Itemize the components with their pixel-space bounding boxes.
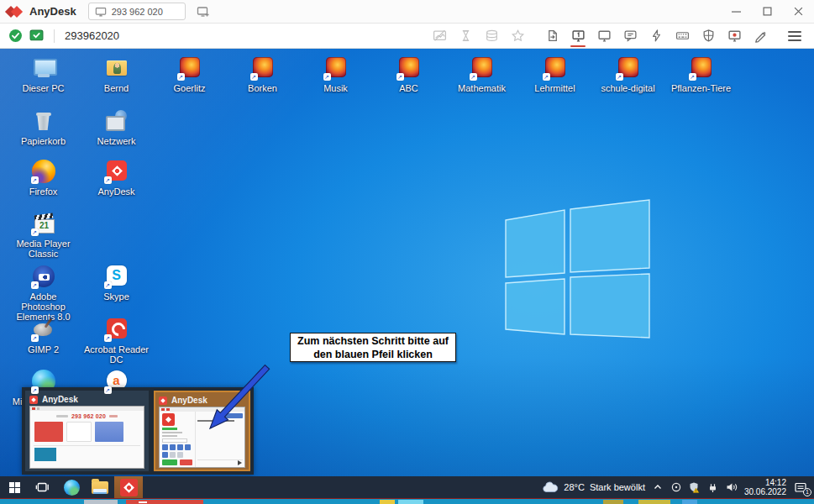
- weather-widget[interactable]: 28°C Stark bewölkt: [542, 481, 645, 493]
- desktop-icon[interactable]: Borken: [226, 55, 299, 93]
- desktop-icon-glyph: [31, 108, 56, 134]
- anydesk-logo-icon: [7, 5, 25, 18]
- session-tab[interactable]: 293 962 020: [88, 3, 186, 20]
- menu-button[interactable]: [785, 26, 804, 46]
- cloud-icon: [542, 481, 559, 493]
- desktop-icon-glyph: [104, 317, 129, 342]
- file-explorer-icon: [92, 481, 108, 494]
- shortcut-arrow-badge: [31, 281, 39, 289]
- taskbar-clock[interactable]: 14:12 30.06.2022: [744, 478, 786, 496]
- file-transfer-button[interactable]: [543, 26, 561, 46]
- pen-icon: [754, 29, 768, 43]
- connection-ok-icon: [8, 29, 23, 43]
- task-view-button[interactable]: [29, 476, 57, 498]
- permissions-button[interactable]: [699, 26, 717, 46]
- anydesk-preview-1[interactable]: AnyDesk 293 962 020: [25, 391, 149, 471]
- session-tab-label: 293 962 020: [112, 7, 163, 17]
- desktop-icon-label: Borken: [248, 83, 277, 93]
- desktop-icon[interactable]: AnyDesk: [80, 159, 153, 197]
- desktop-icon[interactable]: Mathematik: [445, 55, 518, 93]
- maximize-button[interactable]: [752, 0, 783, 23]
- desktop-icon-label: Papierkorb: [21, 136, 66, 146]
- security-tray-button[interactable]: [688, 480, 701, 494]
- action-center-button[interactable]: 1: [792, 480, 809, 495]
- anydesk-window: AnyDesk 293 962 020: [0, 0, 814, 504]
- anydesk-preview-2-hovered[interactable]: AnyDesk: [154, 391, 250, 471]
- desktop-icon-glyph: [250, 55, 276, 81]
- preview-title: AnyDesk: [42, 395, 78, 404]
- desktop-icon[interactable]: GIMP 2: [7, 317, 80, 354]
- desktop-icon[interactable]: Skype: [80, 264, 153, 302]
- instruction-tooltip: Zum nächsten Schritt bitte auf den blaue…: [290, 333, 456, 362]
- new-session-button[interactable]: [193, 3, 213, 21]
- desktop-icon[interactable]: Adobe Photoshop Elements 8.0: [7, 264, 80, 322]
- keyboard-button[interactable]: [673, 26, 691, 46]
- start-button[interactable]: [0, 476, 29, 498]
- desktop-icon-glyph: [543, 55, 568, 81]
- desktop-icon-glyph: [31, 211, 56, 236]
- tray-app-icon: [670, 481, 682, 493]
- desktop-icon[interactable]: Lehrmittel: [518, 55, 591, 93]
- anydesk-taskbar-icon: [120, 479, 138, 496]
- desktop-icon[interactable]: Media Player Classic: [7, 211, 80, 259]
- actions-button[interactable]: [647, 26, 665, 46]
- power-tray-button[interactable]: [706, 480, 720, 494]
- tray-app-button[interactable]: [670, 480, 683, 494]
- shortcut-arrow-badge: [470, 73, 477, 81]
- star-icon: [511, 29, 525, 43]
- file-explorer-button[interactable]: [86, 476, 114, 498]
- connection-info-button[interactable]: [482, 26, 501, 46]
- shortcut-arrow-badge: [689, 73, 696, 81]
- clock-date: 30.06.2022: [744, 487, 786, 496]
- remote-desktop: Dieser PC Bernd Goerlitz: [0, 49, 814, 476]
- minimize-button[interactable]: [721, 0, 752, 23]
- desktop-icon[interactable]: schule-digital: [591, 55, 664, 93]
- edge-taskbar-button[interactable]: [57, 476, 86, 498]
- preview-header: AnyDesk: [29, 393, 144, 406]
- window-controls: [721, 0, 814, 23]
- keyboard-icon: [675, 29, 690, 43]
- favorites-button[interactable]: [508, 26, 527, 46]
- monitor-1-button[interactable]: [569, 26, 587, 46]
- chat-button[interactable]: [621, 26, 639, 46]
- fullscreen-button[interactable]: [595, 26, 613, 46]
- anydesk-taskbar-button[interactable]: [114, 476, 143, 498]
- desktop-icon-glyph: [616, 55, 641, 81]
- desktop-icon[interactable]: Acrobat Reader DC: [80, 317, 153, 365]
- taskbar-tray-area: 28°C Stark bewölkt: [542, 476, 814, 498]
- shortcut-arrow-badge: [31, 386, 39, 394]
- shortcut-arrow-badge: [396, 73, 404, 81]
- speaker-icon: [725, 480, 738, 494]
- desktop-icon[interactable]: Goerlitz: [153, 55, 226, 93]
- desktop-icon[interactable]: Musik: [299, 55, 372, 93]
- record-session-button[interactable]: [725, 26, 743, 46]
- taskbar-preview-flyout: AnyDesk 293 962 020: [22, 387, 254, 475]
- remote-taskbar: 28°C Stark bewölkt: [0, 476, 814, 498]
- whiteboard-button[interactable]: [751, 26, 769, 46]
- shortcut-arrow-badge: [104, 334, 112, 342]
- maximize-icon: [763, 7, 772, 16]
- desktop-icon-glyph: [396, 55, 422, 81]
- session-status: 293962020: [8, 29, 119, 43]
- close-button[interactable]: [783, 0, 814, 23]
- notification-count-badge: 1: [803, 488, 811, 496]
- hourglass-icon: [459, 29, 473, 43]
- record-icon: [727, 29, 742, 43]
- shortcut-arrow-badge: [177, 73, 185, 81]
- desktop-icon[interactable]: Firefox: [7, 159, 80, 197]
- desktop-icon-label: Musik: [323, 83, 348, 93]
- desktop-icon-label: Lehrmittel: [534, 83, 575, 93]
- volume-tray-button[interactable]: [725, 480, 738, 494]
- screenshot-button[interactable]: [430, 26, 449, 46]
- desktop-icon[interactable]: Pflanzen-Tiere: [664, 55, 738, 93]
- minimize-icon: [732, 7, 741, 16]
- desktop-icon-glyph: [31, 264, 56, 289]
- weather-description: Stark bewölkt: [590, 482, 645, 492]
- task-view-icon: [35, 480, 50, 495]
- hourglass-button[interactable]: [456, 26, 475, 46]
- hidden-icons-button[interactable]: [651, 480, 664, 494]
- anydesk-mini-icon: [159, 396, 167, 405]
- desktop-icon[interactable]: Netzwerk: [80, 108, 153, 146]
- desktop-icon[interactable]: Papierkorb: [7, 108, 80, 146]
- desktop-icon[interactable]: ABC: [372, 55, 445, 93]
